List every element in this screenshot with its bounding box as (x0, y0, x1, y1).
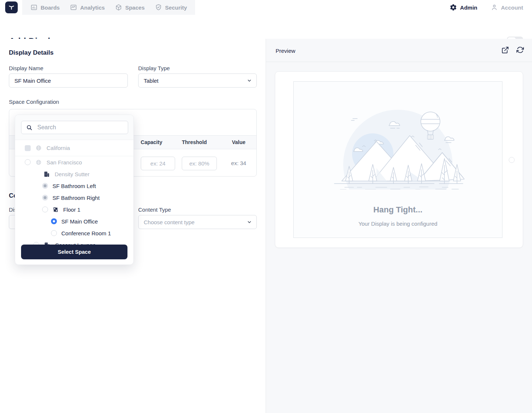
content-type-placeholder: Choose content type (144, 219, 195, 225)
nav-label: Boards (41, 4, 60, 11)
external-link-icon (501, 46, 509, 54)
space-search-section (15, 115, 133, 140)
preview-title: Preview (276, 48, 295, 54)
tree-item-sf-bathroom-right[interactable]: SF Bathroom Right (15, 192, 133, 204)
display-type-value: Tablet (144, 78, 158, 84)
tree-item-label: SF Bathroom Left (52, 183, 96, 189)
tree-item-density-sutter[interactable]: Density Sutter (15, 168, 133, 180)
refresh-button[interactable] (516, 46, 524, 54)
tablet-home-button (509, 157, 515, 163)
tree-item-label: SF Main Office (61, 218, 98, 225)
space-search-input[interactable] (37, 124, 128, 131)
tree-item-sf-main-office[interactable]: SF Main Office (15, 215, 133, 227)
nav-label: Analytics (80, 4, 105, 11)
value-example-text: ex: 34 (218, 160, 259, 166)
admin-label: Admin (460, 4, 477, 11)
radio-disabled[interactable] (42, 195, 48, 201)
nav-item-analytics[interactable]: Analytics (70, 4, 105, 11)
nav-item-spaces[interactable]: Spaces (115, 4, 145, 11)
floor-plan-icon (52, 206, 59, 213)
app-logo[interactable] (5, 1, 18, 13)
top-nav: Boards Analytics Spaces Security (0, 0, 532, 15)
tablet-preview-frame: Hang Tight... Your Display is being conf… (275, 71, 523, 248)
tree-item-label: California (47, 145, 70, 151)
radio-unselected[interactable] (25, 159, 31, 165)
chevron-down-icon (247, 78, 252, 83)
nav-label: Spaces (125, 4, 145, 11)
account-label: Account (501, 4, 523, 11)
cube-icon (115, 4, 122, 11)
mountain-landscape-illustration (331, 109, 464, 190)
space-picker-popover: California San Francisco Density Sutter (15, 115, 134, 265)
tree-item-label: San Francisco (47, 159, 82, 165)
capacity-input[interactable] (141, 157, 175, 170)
space-search-box[interactable] (21, 121, 128, 134)
display-details-heading: Display Details (9, 49, 54, 57)
radio-unselected[interactable] (51, 230, 57, 236)
search-icon (26, 124, 33, 131)
person-icon (491, 4, 498, 11)
open-external-button[interactable] (501, 46, 509, 54)
tree-item-california[interactable]: California (15, 140, 133, 156)
configuring-subtext: Your Display is being configured (358, 221, 437, 227)
form-panel: Display Details Display Name Display Typ… (0, 39, 266, 413)
display-type-select[interactable]: Tablet (138, 74, 257, 88)
bar-chart-icon (30, 4, 38, 11)
radio-selected[interactable] (51, 218, 57, 224)
nav-band: Boards Analytics Spaces Security (22, 0, 195, 15)
nav-item-boards[interactable]: Boards (30, 4, 60, 11)
display-name-input[interactable] (9, 74, 128, 88)
tree-item-conference-room-1[interactable]: Conference Room 1 (15, 227, 133, 239)
capacity-column-header: Capacity (131, 139, 172, 145)
select-space-button[interactable]: Select Space (21, 245, 127, 259)
building-icon (43, 171, 50, 178)
tree-item-label: Density Sutter (55, 171, 89, 177)
content-type-label: Content Type (138, 206, 171, 213)
hang-tight-headline: Hang Tight... (374, 205, 423, 215)
nav-item-security[interactable]: Security (155, 4, 187, 11)
tree-item-label: Conference Room 1 (61, 230, 111, 236)
content-type-select[interactable]: Choose content type (138, 215, 257, 229)
checkbox-disabled[interactable] (25, 145, 31, 151)
globe-icon (35, 144, 42, 151)
tree-item-sf-bathroom-left[interactable]: SF Bathroom Left (15, 180, 133, 192)
tree-item-floor-1[interactable]: Floor 1 (15, 204, 133, 215)
density-logo-icon (8, 4, 15, 11)
display-type-label: Display Type (138, 65, 170, 71)
refresh-icon (516, 46, 524, 54)
threshold-column-header: Threshold (174, 139, 215, 145)
tree-item-label: SF Bathroom Right (52, 195, 100, 201)
space-tree: California San Francisco Density Sutter (15, 140, 133, 251)
radio-unselected[interactable] (42, 206, 48, 212)
nav-item-admin[interactable]: Admin (450, 4, 477, 11)
shield-icon (155, 4, 162, 11)
display-name-label: Display Name (9, 65, 43, 71)
nav-label: Security (165, 4, 187, 11)
nav-item-account[interactable]: Account (491, 4, 523, 11)
tree-item-label: Floor 1 (63, 206, 81, 213)
value-column-header: Value (218, 139, 259, 145)
nav-user-area: Admin Account (450, 0, 523, 15)
tablet-screen: Hang Tight... Your Display is being conf… (293, 81, 502, 238)
tree-item-san-francisco[interactable]: San Francisco (15, 156, 133, 168)
preview-header: Preview (266, 39, 532, 62)
chevron-down-icon (247, 219, 252, 225)
page-header: Add Display Draft (0, 15, 532, 39)
line-chart-icon (70, 4, 77, 11)
globe-icon (35, 159, 42, 166)
threshold-input[interactable] (182, 157, 217, 170)
gear-icon (450, 4, 457, 11)
preview-panel: Preview (266, 39, 532, 413)
space-configuration-label: Space Configuration (9, 99, 59, 105)
radio-disabled[interactable] (42, 183, 48, 189)
